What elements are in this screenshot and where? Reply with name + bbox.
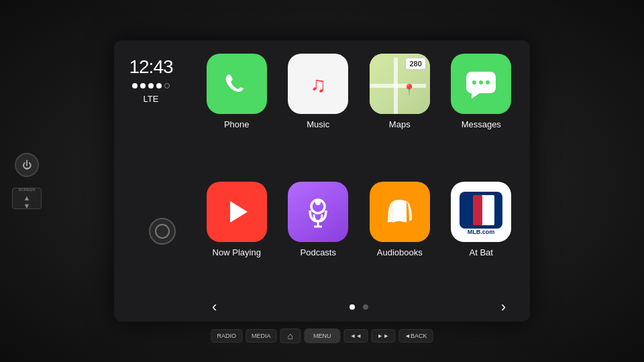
svg-rect-15	[473, 195, 482, 225]
prev-page-button[interactable]: ‹	[212, 298, 217, 316]
maps-preview: 280 📍	[370, 54, 430, 114]
app-audiobooks[interactable]: Audiobooks	[362, 182, 438, 299]
audiobooks-icon-bg	[370, 182, 430, 242]
svg-point-5	[479, 80, 483, 84]
atbat-label: At Bat	[470, 247, 493, 257]
mlb-logo-svg: MLB.com	[454, 188, 508, 235]
app-podcasts[interactable]: Podcasts	[280, 182, 357, 299]
page-dot-1	[350, 304, 355, 310]
screen-arrows-icon: ▲▼	[23, 194, 31, 210]
messages-icon-svg	[461, 64, 501, 104]
app-phone[interactable]: Phone	[199, 54, 275, 171]
maps-road-h	[370, 84, 426, 88]
audiobooks-label: Audiobooks	[377, 247, 423, 257]
screen-label: SCREEN	[18, 188, 35, 192]
bottom-controls-bar: RADIO MEDIA ⌂ MENU ◄◄ ►► ◄BACK	[211, 328, 433, 343]
svg-text:♫: ♫	[310, 72, 326, 97]
lte-label: LTE	[144, 94, 159, 104]
nowplaying-icon-svg	[219, 194, 254, 229]
audiobooks-icon-svg	[380, 192, 420, 232]
car-frame: ⏻ SCREEN ▲▼ 12:43 LTE	[0, 0, 644, 362]
pagination: ‹ ›	[199, 299, 519, 315]
app-maps[interactable]: 280 📍 Maps	[362, 54, 438, 171]
svg-marker-7	[230, 201, 248, 223]
messages-icon-bg	[451, 54, 511, 114]
nowplaying-label: Now Playing	[213, 247, 261, 257]
svg-point-4	[472, 80, 476, 84]
maps-label: Maps	[389, 119, 411, 129]
home-button-inner	[155, 224, 170, 239]
app-messages[interactable]: Messages	[443, 54, 520, 171]
maps-road-v	[394, 58, 398, 114]
podcasts-label: Podcasts	[301, 247, 336, 257]
time-display: 12:43	[129, 56, 172, 78]
maps-badge: 280	[405, 58, 425, 70]
svg-point-9	[315, 200, 321, 205]
status-sidebar: 12:43 LTE	[114, 40, 188, 322]
app-nowplaying[interactable]: Now Playing	[199, 182, 275, 299]
home-ctrl-button[interactable]: ⌂	[280, 328, 300, 343]
maps-pin-icon: 📍	[402, 83, 416, 96]
nowplaying-icon-bg	[207, 182, 267, 242]
screen-button[interactable]: SCREEN ▲▼	[12, 188, 42, 209]
podcasts-icon-bg	[288, 182, 348, 242]
app-music[interactable]: ♫ Music	[280, 54, 357, 171]
display-inner: 12:43 LTE	[114, 40, 530, 322]
power-button[interactable]: ⏻	[15, 153, 39, 177]
app-grid: Phone ♫ Music	[199, 54, 519, 299]
fastforward-button[interactable]: ►►	[371, 329, 395, 343]
podcasts-icon-svg	[298, 192, 338, 232]
signal-dot-1	[132, 83, 138, 88]
phone-label: Phone	[224, 119, 250, 129]
svg-marker-3	[472, 93, 480, 99]
left-controls: ⏻ SCREEN ▲▼	[12, 153, 42, 209]
power-icon: ⏻	[22, 160, 32, 170]
signal-dot-5	[164, 83, 170, 88]
rewind-button[interactable]: ◄◄	[343, 329, 368, 343]
menu-button[interactable]: MENU	[304, 328, 341, 343]
music-label: Music	[307, 119, 329, 129]
signal-dots	[132, 83, 170, 88]
app-atbat[interactable]: MLB.com At Bat	[443, 182, 520, 299]
next-page-button[interactable]: ›	[501, 298, 506, 316]
radio-button[interactable]: RADIO	[211, 329, 242, 343]
back-button[interactable]: ◄BACK	[398, 329, 433, 343]
music-icon-bg: ♫	[288, 54, 348, 114]
signal-dot-3	[148, 83, 154, 88]
music-icon-svg: ♫	[299, 65, 337, 103]
signal-dot-2	[140, 83, 146, 88]
svg-point-14	[483, 195, 492, 204]
atbat-icon-bg: MLB.com	[451, 182, 511, 242]
carplay-display: 12:43 LTE	[114, 40, 530, 322]
app-area: Phone ♫ Music	[188, 40, 530, 322]
svg-point-6	[486, 80, 490, 84]
signal-dot-4	[156, 83, 162, 88]
page-dot-2	[363, 304, 368, 310]
messages-label: Messages	[462, 119, 501, 129]
media-button[interactable]: MEDIA	[246, 329, 277, 343]
mlb-logo: MLB.com	[451, 182, 511, 242]
maps-icon-bg: 280 📍	[370, 54, 430, 114]
svg-text:MLB.com: MLB.com	[468, 229, 495, 235]
phone-icon-bg	[207, 54, 267, 114]
phone-icon-svg	[219, 66, 254, 101]
